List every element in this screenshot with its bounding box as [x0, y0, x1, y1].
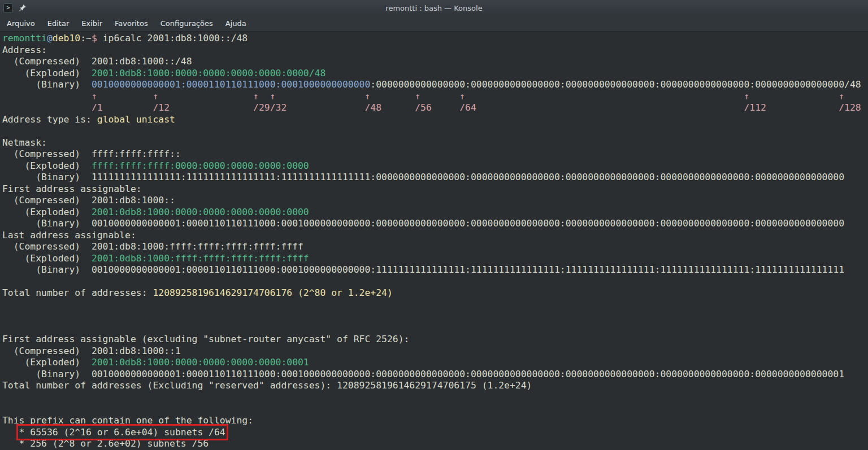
terminal-line: (Binary) 0010000000000001:00001101101110…: [2, 79, 868, 91]
terminal-text: Last address assignable:: [2, 230, 136, 241]
prefix-ruler-arrows: ↑ ↑ ↑ ↑ ↑ ↑ ↑ ↑ ↑: [2, 91, 844, 102]
terminal-line: (Compressed) 2001:db8:1000::: [2, 195, 868, 207]
menu-item-arquivo[interactable]: Arquivo: [1, 17, 41, 30]
terminal-text: deb10: [53, 33, 80, 43]
terminal-text: (Compressed) 2001:db8:1000:ffff:ffff:fff…: [2, 241, 303, 252]
terminal-line: Total number of addresses (Excluding "re…: [2, 380, 868, 392]
terminal-text: @: [47, 33, 53, 43]
terminal-text: (Exploded): [2, 357, 92, 368]
terminal-text: 0010000000000001:0000110110111000:000100…: [92, 79, 370, 90]
terminal-line: (Exploded) 2001:0db8:1000:0000:0000:0000…: [2, 68, 868, 80]
terminal-line: (Compressed) 2001:db8:1000::1: [2, 346, 868, 357]
terminal-text: :0000000000000000:0000000000000000:00000…: [370, 79, 861, 90]
menu-item-favoritos[interactable]: Favoritos: [108, 17, 154, 30]
terminal-line: Total number of addresses: 1208925819614…: [2, 287, 868, 299]
highlight-box-text: * 65536 (2^16 or 6.6e+04) subnets /64: [19, 427, 225, 438]
terminal-text: Total number of addresses (Excluding "re…: [2, 380, 532, 391]
terminal-line: Address type is: global unicast: [2, 114, 868, 126]
terminal-text: First address assignable (excluding "sub…: [2, 334, 409, 344]
menu-item-editar[interactable]: Editar: [41, 17, 76, 30]
terminal-text: Netmask:: [2, 137, 47, 148]
terminal-text: First address assignable:: [2, 184, 142, 194]
terminal-line: Netmask:: [2, 137, 868, 149]
terminal-line: [2, 392, 868, 404]
terminal-text: Address type is:: [2, 114, 97, 125]
terminal-text: 1208925819614629174706176 (2^80 or 1.2e+…: [153, 287, 392, 298]
window-title: remontti : bash — Konsole: [0, 4, 868, 12]
terminal-line: /1 /12 /29/32 /48 /56 /64 /112 /128: [2, 102, 868, 114]
terminal-text: (Compressed) ffff:ffff:ffff::: [2, 148, 181, 159]
terminal-line: (Binary) 0010000000000001:00001101101110…: [2, 264, 868, 276]
terminal-prompt-glyph: >: [6, 5, 10, 11]
terminal-line: ↑ ↑ ↑ ↑ ↑ ↑ ↑ ↑ ↑: [2, 91, 868, 103]
terminal-text: 2001:0db8:1000:0000:0000:0000:0000:0000: [92, 207, 309, 217]
terminal-line: * 65536 (2^16 or 6.6e+04) subnets /64: [2, 427, 868, 439]
terminal-line: Address:: [2, 45, 868, 56]
terminal-text: (Exploded): [2, 253, 92, 264]
terminal-line: [2, 125, 868, 137]
terminal-text: global unicast: [97, 114, 175, 125]
menu-item-ajuda[interactable]: Ajuda: [219, 17, 253, 30]
terminal-line: (Exploded) 2001:0db8:1000:ffff:ffff:ffff…: [2, 253, 868, 265]
terminal-line: First address assignable:: [2, 184, 868, 195]
terminal-line: (Binary) 0010000000000001:00001101101110…: [2, 369, 868, 381]
terminal-text: Total number of addresses:: [2, 287, 153, 298]
terminal-line: (Exploded) ffff:ffff:ffff:0000:0000:0000…: [2, 160, 868, 172]
terminal-text: (Compressed) 2001:db8:1000::1: [2, 346, 181, 356]
terminal-line: (Binary) 0010000000000001:00001101101110…: [2, 218, 868, 230]
terminal-line: (Compressed) 2001:db8:1000:ffff:ffff:fff…: [2, 241, 868, 253]
title-bar[interactable]: > remontti : bash — Konsole: [0, 0, 868, 16]
konsole-window: > remontti : bash — Konsole ArquivoEdita…: [0, 0, 868, 450]
terminal-text: (Binary) 1111111111111111:11111111111111…: [2, 172, 844, 182]
menu-item-configuracoes[interactable]: Configurações: [154, 17, 219, 30]
terminal-line: This prefix can contain one of the follo…: [2, 415, 868, 427]
terminal-output[interactable]: remontti@deb10:~$ ip6calc 2001:db8:1000:…: [0, 32, 868, 450]
terminal-text: remontti: [2, 33, 47, 43]
pin-icon[interactable]: [19, 4, 27, 12]
terminal-text: (Compressed) 2001:db8:1000::/48: [2, 56, 192, 67]
terminal-line: (Compressed) ffff:ffff:ffff::: [2, 148, 868, 160]
terminal-text: This prefix can contain one of the follo…: [2, 415, 253, 426]
konsole-app-icon[interactable]: >: [3, 3, 13, 13]
terminal-text: $: [92, 33, 97, 43]
terminal-text: [2, 427, 19, 438]
terminal-line: First address assignable (excluding "sub…: [2, 334, 868, 346]
terminal-text: (Exploded): [2, 160, 92, 171]
terminal-line: [2, 322, 868, 334]
terminal-text: 2001:0db8:1000:0000:0000:0000:0000:0001: [92, 357, 309, 368]
terminal-line: (Exploded) 2001:0db8:1000:0000:0000:0000…: [2, 207, 868, 219]
terminal-text: * 256 (2^8 or 2.6e+02) subnets /56: [19, 438, 209, 449]
terminal-text: (Binary) 0010000000000001:00001101101110…: [2, 264, 844, 275]
terminal-text: (Binary): [2, 79, 92, 90]
terminal-line: remontti@deb10:~$ ip6calc 2001:db8:1000:…: [2, 33, 868, 45]
menu-item-exibir[interactable]: Exibir: [75, 17, 108, 30]
terminal-text: (Compressed) 2001:db8:1000::: [2, 195, 175, 206]
prefix-ruler-labels: /1 /12 /29/32 /48 /56 /64 /112 /128: [2, 102, 861, 113]
terminal-line: (Binary) 1111111111111111:11111111111111…: [2, 172, 868, 184]
terminal-line: [2, 311, 868, 322]
terminal-line: [2, 276, 868, 288]
terminal-text: ffff:ffff:ffff:0000:0000:0000:0000:0000: [92, 160, 309, 171]
terminal-text: :~: [80, 33, 92, 43]
terminal-text: Address:: [2, 45, 47, 55]
terminal-text: (Exploded): [2, 207, 92, 217]
terminal-text: 2001:0db8:1000:ffff:ffff:ffff:ffff:ffff: [92, 253, 309, 264]
terminal-text: (Binary) 0010000000000001:00001101101110…: [2, 369, 844, 379]
terminal-line: * 256 (2^8 or 2.6e+02) subnets /56: [2, 438, 868, 450]
terminal-text: [2, 438, 19, 449]
terminal-text: (Exploded): [2, 68, 92, 78]
terminal-text: (Binary) 0010000000000001:00001101101110…: [2, 218, 844, 229]
terminal-text: 2001:0db8:1000:0000:0000:0000:0000:0000/…: [92, 68, 326, 78]
terminal-text: ip6calc 2001:db8:1000::/48: [97, 33, 248, 43]
terminal-line: Last address assignable:: [2, 230, 868, 242]
terminal-line: [2, 299, 868, 311]
terminal-line: (Compressed) 2001:db8:1000::/48: [2, 56, 868, 68]
terminal-line: [2, 404, 868, 416]
terminal-line: (Exploded) 2001:0db8:1000:0000:0000:0000…: [2, 357, 868, 369]
menu-bar: ArquivoEditarExibirFavoritosConfiguraçõe…: [0, 16, 868, 32]
